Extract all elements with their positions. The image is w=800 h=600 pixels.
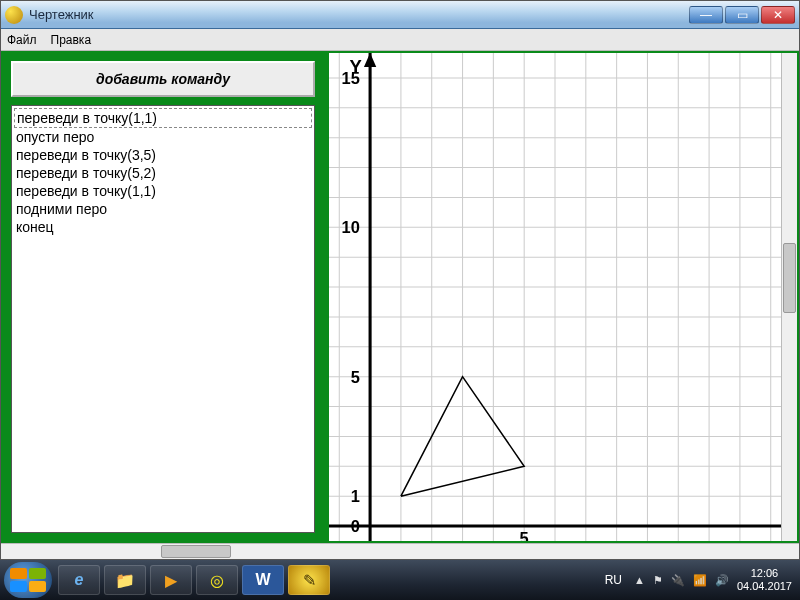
command-list[interactable]: переведи в точку(1,1)опусти перопереведи… — [11, 105, 315, 533]
y-tick-label: 1 — [351, 487, 360, 505]
add-command-button[interactable]: добавить команду — [11, 61, 315, 97]
canvas-panel: Y01510155 — [323, 53, 797, 541]
clock-date: 04.04.2017 — [737, 580, 792, 593]
command-list-item[interactable]: переведи в точку(1,1) — [14, 108, 312, 128]
taskbar-explorer-icon[interactable]: 📁 — [104, 565, 146, 595]
menu-edit[interactable]: Правка — [51, 33, 92, 47]
start-button[interactable] — [4, 562, 52, 598]
window-controls: — ▭ ✕ — [689, 6, 795, 24]
command-list-item[interactable]: переведи в точку(1,1) — [14, 182, 312, 200]
app-window: Чертежник — ▭ ✕ Файл Правка добавить ком… — [0, 0, 800, 560]
y-tick-label: 10 — [342, 218, 360, 236]
content-area: добавить команду переведи в точку(1,1)оп… — [1, 51, 799, 543]
svg-marker-36 — [364, 53, 376, 67]
taskbar-ie-icon[interactable]: e — [58, 565, 100, 595]
taskbar-wmp-icon[interactable]: ▶ — [150, 565, 192, 595]
taskbar-apps: e 📁 ▶ ◎ W ✎ — [58, 565, 330, 595]
command-list-item[interactable]: подними перо — [14, 200, 312, 218]
y-tick-label: 15 — [342, 69, 360, 87]
taskbar: e 📁 ▶ ◎ W ✎ RU ▲ ⚑ 🔌 📶 🔊 12:06 04.04.201… — [0, 560, 800, 600]
menu-file[interactable]: Файл — [7, 33, 37, 47]
drawing-canvas[interactable]: Y01510155 — [329, 53, 781, 541]
minimize-button[interactable]: — — [689, 6, 723, 24]
app-icon — [5, 6, 23, 24]
taskbar-word-icon[interactable]: W — [242, 565, 284, 595]
vertical-scrollbar[interactable] — [781, 53, 797, 541]
system-tray: RU ▲ ⚑ 🔌 📶 🔊 12:06 04.04.2017 — [601, 567, 796, 593]
command-panel: добавить команду переведи в точку(1,1)оп… — [3, 53, 323, 541]
canvas-wrap: Y01510155 — [329, 53, 781, 541]
command-list-item[interactable]: конец — [14, 218, 312, 236]
y-tick-label: 0 — [351, 517, 360, 535]
tray-power-icon[interactable]: 🔌 — [671, 574, 685, 587]
window-title: Чертежник — [29, 7, 689, 22]
titlebar: Чертежник — ▭ ✕ — [1, 1, 799, 29]
tray-network-icon[interactable]: 📶 — [693, 574, 707, 587]
menubar: Файл Правка — [1, 29, 799, 51]
maximize-button[interactable]: ▭ — [725, 6, 759, 24]
tray-volume-icon[interactable]: 🔊 — [715, 574, 729, 587]
tray-show-hidden-icon[interactable]: ▲ — [634, 574, 645, 586]
language-indicator[interactable]: RU — [601, 571, 626, 589]
x-tick-label: 5 — [520, 529, 529, 541]
command-list-item[interactable]: опусти перо — [14, 128, 312, 146]
y-tick-label: 5 — [351, 368, 360, 386]
close-button[interactable]: ✕ — [761, 6, 795, 24]
taskbar-app-icon[interactable]: ✎ — [288, 565, 330, 595]
horizontal-scrollbar[interactable] — [1, 543, 799, 559]
command-list-item[interactable]: переведи в точку(3,5) — [14, 146, 312, 164]
taskbar-chrome-icon[interactable]: ◎ — [196, 565, 238, 595]
tray-action-center-icon[interactable]: ⚑ — [653, 574, 663, 587]
command-list-item[interactable]: переведи в точку(5,2) — [14, 164, 312, 182]
horizontal-scroll-thumb[interactable] — [161, 545, 231, 558]
vertical-scroll-thumb[interactable] — [783, 243, 796, 313]
taskbar-clock[interactable]: 12:06 04.04.2017 — [737, 567, 796, 593]
clock-time: 12:06 — [737, 567, 792, 580]
bottom-bar — [1, 543, 799, 559]
